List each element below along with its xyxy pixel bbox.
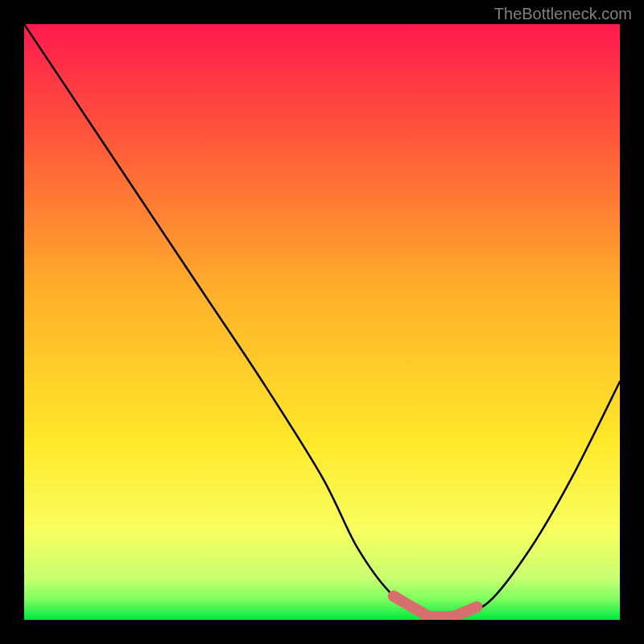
- watermark-text: TheBottleneck.com: [494, 5, 632, 23]
- chart-frame: TheBottleneck.com: [0, 0, 644, 644]
- bottleneck-curve: [24, 24, 620, 619]
- plot-area: [24, 24, 620, 620]
- curve-layer: [24, 24, 620, 620]
- optimal-zone-highlight: [394, 596, 477, 617]
